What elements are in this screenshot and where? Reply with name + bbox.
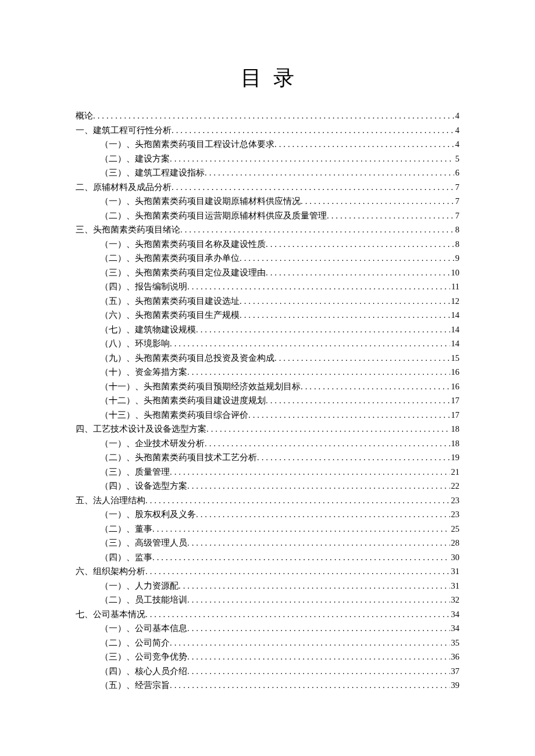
toc-leader-dots (145, 607, 450, 622)
toc-entry-page: 19 (450, 450, 460, 465)
toc-entry-label: （二）、董事 (100, 522, 152, 536)
toc-entry: 六、组织架构分析31 (76, 564, 459, 579)
toc-entry-label: （一）、股东权利及义务 (100, 507, 196, 522)
toc-entry: （一）、企业技术研发分析18 (76, 436, 459, 451)
toc-entry-page: 39 (450, 678, 460, 693)
toc-entry: 五、法人治理结构23 (76, 493, 459, 508)
toc-entry: （二）、头孢菌素类药项目技术工艺分析19 (76, 450, 459, 465)
toc-entry-label: （二）、建设方案 (100, 152, 170, 166)
toc-entry-label: 三、头孢菌素类药项目绪论 (76, 223, 180, 237)
toc-entry-page: 14 (450, 308, 460, 323)
toc-entry-page: 37 (450, 664, 460, 679)
toc-entry-label: （七）、建筑物建设规模 (100, 323, 196, 337)
toc-entry-page: 17 (450, 393, 460, 408)
toc-entry-label: （三）、公司竞争优势 (100, 650, 187, 664)
toc-leader-dots (187, 593, 450, 607)
toc-leader-dots (240, 251, 454, 266)
toc-entry-page: 16 (450, 379, 460, 394)
toc-leader-dots (187, 365, 450, 379)
toc-entry: （二）、建设方案5 (76, 152, 459, 166)
toc-leader-dots (266, 237, 454, 252)
toc-entry: （二）、董事25 (76, 522, 459, 536)
toc-entry-page: 17 (450, 408, 460, 422)
toc-entry-label: （十）、资金筹措方案 (100, 365, 187, 379)
toc-entry: 三、头孢菌素类药项目绪论8 (76, 223, 459, 237)
toc-leader-dots (187, 664, 450, 679)
toc-entry-page: 4 (454, 109, 459, 123)
toc-entry-page: 23 (450, 507, 460, 522)
toc-entry: （二）、头孢菌素类药项目承办单位9 (76, 251, 459, 266)
toc-entry: （三）、建筑工程建设指标6 (76, 166, 459, 180)
toc-entry: （四）、设备选型方案22 (76, 479, 459, 493)
toc-entry-label: 六、组织架构分析 (76, 564, 145, 579)
toc-leader-dots (196, 323, 450, 337)
toc-entry-label: （四）、设备选型方案 (100, 479, 187, 493)
toc-entry: （十）、资金筹措方案16 (76, 365, 459, 379)
toc-leader-dots (172, 180, 454, 195)
toc-entry-label: （六）、头孢菌素类药项目生产规模 (100, 308, 240, 323)
toc-entry-page: 34 (450, 607, 460, 622)
toc-entry: （六）、头孢菌素类药项目生产规模14 (76, 308, 459, 323)
toc-entry-label: 一、建筑工程可行性分析 (76, 123, 172, 138)
toc-entry-label: 二、原辅材料及成品分析 (76, 180, 172, 195)
toc-entry: （四）、报告编制说明11 (76, 280, 459, 294)
toc-entry: （三）、高级管理人员28 (76, 536, 459, 550)
toc-entry-page: 32 (450, 593, 460, 607)
toc-entry-label: （十一）、头孢菌素类药项目预期经济效益规划目标 (100, 379, 301, 394)
toc-entry-page: 16 (450, 365, 460, 379)
toc-entry-label: （三）、建筑工程建设指标 (100, 166, 205, 180)
toc-entry-page: 4 (454, 123, 459, 138)
toc-entry-label: 概论 (76, 109, 93, 123)
toc-entry-label: 五、法人治理结构 (76, 493, 145, 508)
toc-entry: （一）、股东权利及义务23 (76, 507, 459, 522)
toc-leader-dots (205, 166, 454, 180)
toc-leader-dots (93, 109, 454, 123)
toc-entry: （一）、公司基本信息34 (76, 621, 459, 636)
toc-leader-dots (196, 507, 450, 522)
toc-leader-dots (145, 564, 450, 579)
toc-entry-label: 四、工艺技术设计及设备选型方案 (76, 422, 206, 436)
toc-entry: （七）、建筑物建设规模14 (76, 323, 459, 337)
toc-leader-dots (274, 351, 450, 366)
toc-entry-page: 18 (450, 422, 460, 436)
toc-entry-page: 10 (450, 266, 460, 280)
toc-entry: （一）、人力资源配31 (76, 579, 459, 593)
toc-leader-dots (187, 479, 450, 493)
toc-leader-dots (170, 152, 454, 166)
toc-entry-label: （八）、环境影响 (100, 336, 170, 351)
toc-leader-dots (170, 465, 450, 479)
toc-entry-page: 12 (450, 294, 460, 309)
toc-entry-label: （十二）、头孢菌素类药项目建设进度规划 (100, 393, 266, 408)
toc-entry: （二）、员工技能培训32 (76, 593, 459, 607)
table-of-contents: 概论4一、建筑工程可行性分析4（一）、头孢菌素类药项目工程设计总体要求4（二）、… (76, 109, 459, 693)
toc-entry-page: 11 (450, 280, 459, 294)
toc-entry-label: （一）、企业技术研发分析 (100, 436, 205, 451)
toc-leader-dots (257, 450, 450, 465)
toc-entry-page: 36 (450, 650, 460, 664)
toc-entry-page: 35 (450, 636, 460, 650)
toc-leader-dots (274, 137, 454, 152)
toc-entry-label: （九）、头孢菌素类药项目总投资及资金构成 (100, 351, 274, 366)
toc-entry-page: 9 (454, 251, 459, 266)
toc-entry-label: （二）、头孢菌素类药项目承办单位 (100, 251, 240, 266)
toc-entry-page: 30 (450, 550, 460, 565)
toc-entry-page: 21 (450, 465, 460, 479)
toc-entry-page: 22 (450, 479, 460, 493)
toc-leader-dots (248, 408, 450, 422)
toc-entry: 一、建筑工程可行性分析4 (76, 123, 459, 138)
toc-entry-page: 7 (454, 194, 459, 209)
toc-leader-dots (172, 123, 454, 138)
toc-leader-dots (152, 522, 450, 536)
toc-entry: （三）、质量管理21 (76, 465, 459, 479)
toc-entry-page: 25 (450, 522, 460, 536)
toc-entry-page: 15 (450, 351, 460, 366)
toc-entry-page: 31 (450, 564, 460, 579)
toc-leader-dots (170, 678, 450, 693)
toc-entry: 概论4 (76, 109, 459, 123)
toc-entry: （五）、经营宗旨39 (76, 678, 459, 693)
toc-entry: （三）、头孢菌素类药项目定位及建设理由10 (76, 266, 459, 280)
toc-leader-dots (187, 621, 450, 636)
toc-entry-label: （二）、员工技能培训 (100, 593, 187, 607)
document-page: 目录 概论4一、建筑工程可行性分析4（一）、头孢菌素类药项目工程设计总体要求4（… (0, 0, 535, 756)
toc-leader-dots (187, 536, 450, 550)
